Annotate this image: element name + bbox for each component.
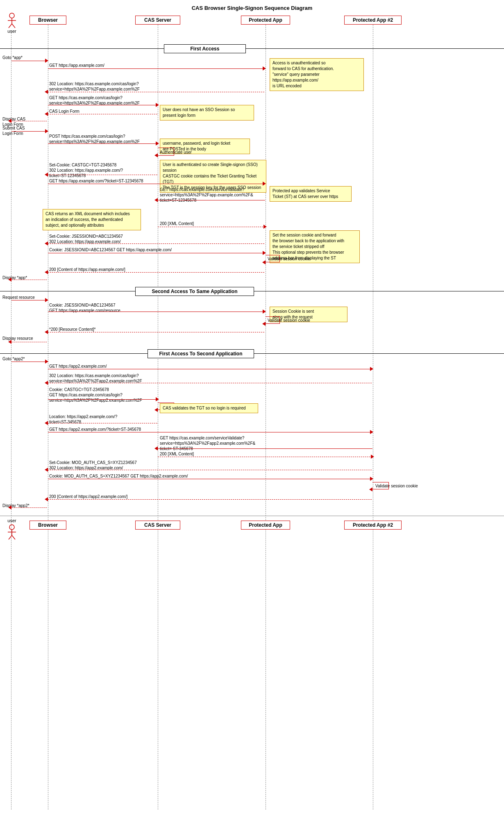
label-get-cas-login: GET https://cas.example.com/cas/login?se…: [49, 95, 140, 106]
bottom-line: [0, 516, 504, 516]
arrow-302: [48, 92, 264, 92]
arrow-get-cas-login: [48, 105, 157, 105]
arrowhead-display-app: [8, 278, 11, 282]
app-header-top: Protected App: [241, 16, 290, 25]
arrow-display-app: [11, 280, 47, 280]
section1-header: First Access: [164, 44, 246, 53]
section2-header: Second Access To Same Application: [135, 287, 254, 296]
actor-user-bottom: user: [2, 518, 22, 540]
arrowhead-200-content-app: [45, 270, 48, 274]
arrowhead-302: [45, 90, 48, 94]
svg-line-8: [9, 535, 12, 539]
note-no-sso: User does not have an SSO Session sopres…: [160, 105, 254, 121]
label-302-app2: 302 Location: https://cas.example.com/ca…: [49, 373, 142, 384]
arrow-goto-app2: [11, 362, 47, 362]
label-submit-cas-login: Submit CASLogin Form: [2, 125, 25, 136]
arrowhead-validate-tgt-self: [154, 408, 158, 412]
label-set-cookie-mod-auth: Set-Cookie: MOD_AUTH_CAS_S=XYZ1234567302…: [49, 460, 137, 471]
label-goto-app2: Goto *app2*: [2, 357, 25, 361]
arrowhead-200-content-app2: [45, 497, 48, 501]
actor-user-top-label: user: [2, 29, 22, 34]
app2-header-bottom: Protected App #2: [344, 521, 402, 530]
actor-user-bottom-label: user: [2, 518, 22, 523]
arrowhead-auth-self: [154, 153, 158, 157]
arrowhead-200-xml-app2: [371, 455, 374, 459]
arrowhead-post-cas-login: [156, 141, 159, 146]
arrow-request-resource: [11, 300, 47, 300]
label-cookie-castgc-app2: Cookie: CASTGC=TGT-2345678GET https://ca…: [49, 387, 142, 403]
arrow-302-app2: [48, 383, 372, 383]
arrow-service-validate: [158, 200, 265, 200]
label-get-app-ticket: GET https://app.example.com/?ticket=ST-1…: [49, 179, 143, 183]
arrow-200-xml-app2: [158, 457, 372, 457]
arrow-cookie-castgc-app2: [48, 399, 157, 400]
arrowhead-cookie-castgc-app2: [156, 397, 159, 401]
arrowhead-service-validate: [154, 198, 158, 202]
section3-header: First Access To Second Application: [148, 349, 254, 358]
self-arrow-validate-session2: [266, 316, 280, 324]
arrowhead-set-jsession: [45, 241, 48, 246]
label-set-jsession: Set-Cookie: JSESSIONID=ABC1234567302 Loc…: [49, 234, 123, 244]
arrowhead-cookie-resource: [263, 309, 266, 314]
self-arrow-validate-app2: [372, 482, 389, 489]
arrowhead-display-cas-login: [8, 119, 11, 123]
app-header-bottom: Protected App: [241, 521, 290, 530]
arrowhead-get-app2-ticket: [370, 430, 373, 434]
label-cookie-jsession-get: Cookie: JSESSIONID=ABC1234567 GET https:…: [49, 248, 172, 252]
label-cookie-mod-get: Cookie: MOD_AUTH_CAS_S=XYZ1234567 GET ht…: [49, 474, 188, 478]
svg-line-4: [12, 24, 15, 28]
label-set-cookie-castgc: Set-Cookie: CASTGC=TGT-2345678302 Locati…: [49, 162, 123, 178]
label-get-app: GET https://app.example.com/: [49, 63, 104, 68]
browser-header-bottom: Browser: [30, 521, 66, 530]
note-tgt-valid: CAS validates the TGT so no login is req…: [160, 403, 258, 413]
label-200-xml: 200 [XML Content]: [160, 221, 194, 226]
arrowhead-display-resource: [8, 340, 11, 344]
arrowhead-validate-app2-self: [369, 487, 372, 491]
cas-header-top: CAS Server: [135, 16, 180, 25]
arrow-200-content-app2: [48, 499, 372, 500]
section2-line-right: [254, 291, 504, 291]
label-200-content-app2: 200 [Content of https://app2.example.com…: [49, 494, 127, 499]
arrow-display-resource: [11, 342, 47, 342]
arrow-200-resource: [48, 332, 264, 332]
arrow-cas-login-form: [48, 114, 157, 114]
lifeline-user: [11, 31, 11, 810]
arrow-set-cookie-castgc: [48, 175, 157, 175]
arrowhead-get-cas-login: [156, 103, 159, 107]
arrow-get-app: [48, 68, 264, 69]
self-arrow-auth: [158, 148, 174, 156]
lifeline-app: [266, 25, 266, 810]
actor-user-top: user: [2, 12, 22, 34]
section3-line-left: [0, 353, 148, 354]
label-200-resource: *200 [Resource Content]*: [49, 327, 95, 332]
diagram-container: CAS Browser Single-Signon Sequence Diagr…: [0, 0, 504, 812]
arrowhead-200-resource: [45, 330, 48, 334]
browser-header-top: Browser: [30, 16, 66, 25]
arrowhead-get-app-ticket: [263, 182, 266, 186]
label-service-validate: GET https://cas.example.com/serviceValid…: [160, 187, 253, 203]
label-cas-login-form: CAS Login Form: [49, 109, 79, 114]
note-cas-xml: CAS returns an XML document which includ…: [43, 209, 141, 230]
arrowhead-submit-cas-login: [45, 129, 48, 133]
arrowhead-cookie-jsession-get: [263, 251, 266, 255]
svg-line-9: [12, 535, 15, 539]
arrowhead-200-xml: [263, 225, 267, 229]
label-get-app2-ticket: GET https://app2.example.com/?ticket=ST-…: [49, 427, 141, 432]
arrow-location-app2-ticket: [48, 423, 157, 423]
label-200-xml-app2: 200 [XML Content]: [160, 452, 194, 456]
cas-header-bottom: CAS Server: [135, 521, 180, 530]
arrow-get-app2: [48, 369, 372, 369]
svg-point-0: [9, 13, 14, 18]
svg-point-5: [9, 525, 14, 530]
arrow-submit-cas-login: [11, 131, 47, 132]
self-arrow-validate-session: [266, 255, 280, 262]
arrow-get-app-ticket: [48, 184, 264, 184]
arrow-service-validate-app2: [158, 448, 372, 449]
arrow-goto-app: [11, 61, 47, 61]
arrowhead-service-validate-app2: [154, 446, 158, 450]
arrow-200-content-app: [48, 272, 264, 273]
arrow-cookie-mod-get: [48, 479, 372, 479]
arrowhead-validate-session-self: [262, 260, 266, 264]
arrowhead-set-cookie-mod-auth: [45, 468, 48, 472]
arrowhead-get-app: [263, 66, 266, 71]
